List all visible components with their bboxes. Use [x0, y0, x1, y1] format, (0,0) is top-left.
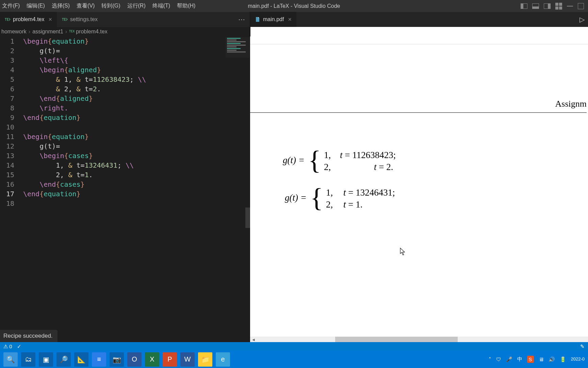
editor-scrollbar[interactable]: [245, 208, 250, 228]
pdf-icon: [255, 17, 260, 22]
maximize-button[interactable]: [578, 3, 584, 9]
menu-item[interactable]: 查看(V): [73, 0, 98, 12]
breadcrumb-segment[interactable]: assignment1: [32, 29, 63, 35]
tray-volume-icon[interactable]: 🔊: [549, 356, 555, 363]
pdf-horizontal-scrollbar[interactable]: ◄: [250, 337, 588, 342]
code-line[interactable]: \end{cases}: [23, 180, 250, 189]
code-line[interactable]: & 1, & t=112638423; \\: [23, 75, 250, 84]
tex-icon: TEX: [5, 17, 10, 22]
taskbar-excel-icon[interactable]: X: [145, 352, 159, 367]
line-number: 13: [0, 151, 14, 160]
tab-bar: TEXproblem4.tex×TEXsettings.tex⋯ main.pd…: [0, 12, 588, 27]
code-line[interactable]: \begin{cases}: [23, 151, 250, 160]
windows-taskbar[interactable]: 🔍 🗂 ▣ 🔎 📐 ≡ 📷 O X P W 📁 e ˄ 🛡 🎤 中 S 🖥 🔊 …: [0, 351, 588, 368]
tray-shield-icon[interactable]: 🛡: [496, 356, 501, 362]
line-number: 17: [0, 189, 14, 199]
status-bar[interactable]: ⚠ 0 ✓ ✎: [0, 342, 588, 351]
menu-item[interactable]: 终端(T): [149, 0, 174, 12]
run-icon[interactable]: ▷: [579, 15, 585, 24]
taskbar-outlook-icon[interactable]: O: [127, 352, 142, 367]
svg-text:TEX: TEX: [62, 18, 67, 21]
line-number: 14: [0, 160, 14, 170]
tab-label: settings.tex: [70, 16, 98, 22]
menu-item[interactable]: 运行(R): [124, 0, 149, 12]
taskbar-powerpoint-icon[interactable]: P: [163, 352, 177, 367]
taskbar-zoom-icon[interactable]: 📷: [110, 352, 124, 367]
taskbar-vscode-icon[interactable]: ≡: [92, 352, 106, 367]
title-bar: 文件(F)编辑(E)选择(S)查看(V)转到(G)运行(R)终端(T)帮助(H)…: [0, 0, 588, 12]
tab-label: problem4.tex: [13, 16, 45, 22]
code-line[interactable]: \left\{: [23, 56, 250, 65]
menu-item[interactable]: 帮助(H): [174, 0, 199, 12]
code-line[interactable]: \end{aligned}: [23, 94, 250, 103]
tray-sogou-icon[interactable]: S: [527, 356, 534, 363]
tab[interactable]: TEXproblem4.tex×: [0, 12, 57, 27]
tray-battery-icon[interactable]: 🔋: [560, 356, 566, 363]
layout-bottom-icon[interactable]: [532, 3, 539, 9]
tab-overflow-button[interactable]: ⋯: [233, 15, 250, 24]
menu-item[interactable]: 转到(G): [98, 0, 124, 12]
line-gutter: 123456789101112131415161718: [0, 36, 19, 208]
code-line[interactable]: & 2, & t=2.: [23, 84, 250, 94]
code-line[interactable]: 1, & t=13246431; \\: [23, 160, 250, 170]
tab[interactable]: main.pdf×: [250, 12, 297, 27]
status-warnings[interactable]: ⚠ 0: [3, 343, 12, 350]
tab-close-icon[interactable]: ×: [287, 16, 292, 23]
code-line[interactable]: \begin{equation}: [23, 36, 250, 46]
tray-chevron-icon[interactable]: ˄: [489, 356, 491, 363]
taskbar-app-icon[interactable]: 📐: [74, 352, 88, 367]
minimap[interactable]: [226, 37, 249, 58]
layout-left-icon[interactable]: [521, 3, 527, 9]
line-number: 1: [0, 36, 14, 46]
code-area[interactable]: \begin{equation} g(t)= \left\{ \begin{al…: [23, 36, 250, 208]
pdf-header-text: Assignm: [250, 99, 587, 113]
layout-right-icon[interactable]: [544, 3, 551, 9]
line-number: 7: [0, 94, 14, 103]
code-line[interactable]: \end{equation}: [23, 113, 250, 122]
code-line[interactable]: \right.: [23, 103, 250, 113]
code-line[interactable]: [23, 122, 250, 132]
minimize-button[interactable]: [567, 6, 573, 6]
tray-network-icon[interactable]: 🖥: [539, 356, 544, 362]
breadcrumb-segment[interactable]: homework: [1, 29, 27, 35]
tab-label: main.pdf: [263, 16, 284, 22]
tab-close-icon[interactable]: ×: [47, 16, 52, 23]
taskbar-folder-icon[interactable]: 📁: [198, 352, 212, 367]
line-number: 16: [0, 180, 14, 189]
menu-item[interactable]: 文件(F): [1, 0, 23, 12]
pdf-preview-pane[interactable]: Assignm g(t) = { 1, t = 112638423; 2, t …: [250, 36, 588, 342]
line-number: 15: [0, 170, 14, 180]
tray-mic-icon[interactable]: 🎤: [506, 356, 512, 363]
line-number: 10: [0, 122, 14, 132]
taskbar-terminal-icon[interactable]: ▣: [39, 352, 53, 367]
editor-pane[interactable]: 123456789101112131415161718 \begin{equat…: [0, 36, 250, 342]
breadcrumb-segment[interactable]: problem4.tex: [76, 29, 108, 35]
window-controls: [521, 0, 588, 12]
status-latex-icon[interactable]: ✎: [580, 343, 585, 350]
code-line[interactable]: \end{equation}: [23, 189, 250, 199]
menu-bar: 文件(F)编辑(E)选择(S)查看(V)转到(G)运行(R)终端(T)帮助(H): [0, 0, 199, 12]
menu-item[interactable]: 编辑(E): [23, 0, 48, 12]
menu-item[interactable]: 选择(S): [48, 0, 73, 12]
code-line[interactable]: \begin{aligned}: [23, 65, 250, 75]
tray-ime-icon[interactable]: 中: [517, 356, 522, 363]
taskbar-magnify-icon[interactable]: 🔎: [56, 352, 71, 367]
taskbar-edge-icon[interactable]: e: [216, 352, 230, 367]
line-number: 5: [0, 75, 14, 84]
line-number: 3: [0, 56, 14, 65]
code-line[interactable]: \begin{equation}: [23, 132, 250, 141]
line-number: 2: [0, 46, 14, 56]
taskbar-word-icon[interactable]: W: [180, 352, 195, 367]
breadcrumb[interactable]: homework›assignment1›TEXproblem4.tex: [0, 27, 250, 36]
layout-grid-icon[interactable]: [555, 3, 562, 10]
tab[interactable]: TEXsettings.tex: [57, 12, 103, 27]
code-line[interactable]: g(t)=: [23, 141, 250, 151]
equation-1: g(t) = { 1, t = 112638423; 2, t = 2.: [283, 139, 396, 174]
taskbar-search-icon[interactable]: 🔍: [3, 352, 18, 367]
status-check-icon[interactable]: ✓: [17, 343, 21, 350]
taskbar-explorer-icon[interactable]: 🗂: [21, 352, 35, 367]
code-line[interactable]: g(t)=: [23, 46, 250, 56]
tray-clock[interactable]: 2022-0: [571, 357, 585, 362]
code-line[interactable]: [23, 199, 250, 208]
code-line[interactable]: 2, & t=1.: [23, 170, 250, 180]
